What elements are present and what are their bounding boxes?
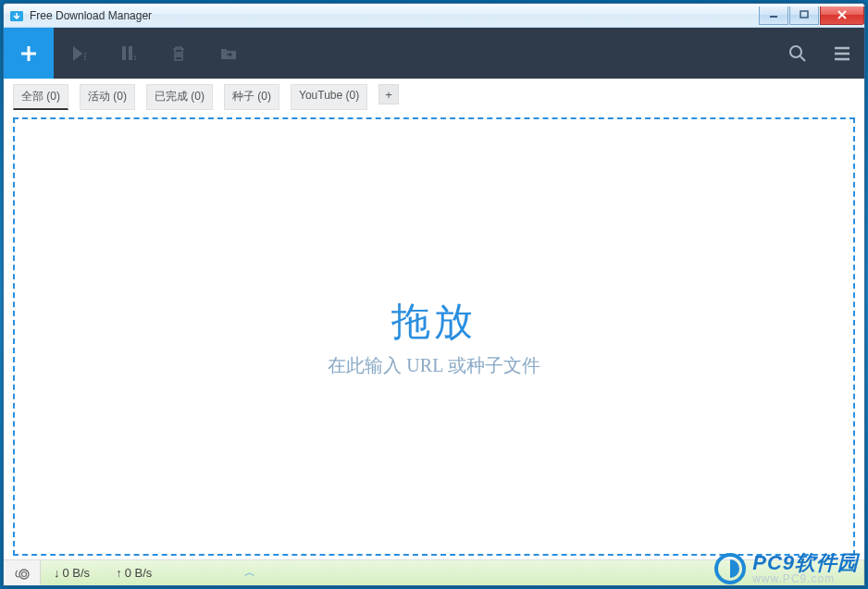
close-button[interactable] bbox=[820, 6, 864, 25]
svg-rect-7 bbox=[129, 46, 132, 60]
trash-icon bbox=[169, 44, 188, 63]
upload-speed: ↑0 B/s bbox=[116, 566, 152, 580]
svg-point-12 bbox=[21, 571, 26, 576]
search-button[interactable] bbox=[775, 28, 820, 79]
add-download-button[interactable] bbox=[4, 28, 54, 79]
hamburger-icon bbox=[832, 43, 852, 64]
dropzone-title: 拖放 bbox=[391, 296, 477, 348]
svg-point-10 bbox=[790, 46, 801, 57]
svg-point-3 bbox=[84, 58, 86, 60]
chevron-up-icon[interactable]: ︿ bbox=[244, 565, 255, 581]
app-icon bbox=[9, 8, 24, 23]
window-title: Free Download Manager bbox=[30, 9, 758, 22]
tab-completed[interactable]: 已完成 (0) bbox=[146, 84, 213, 110]
add-tab-button[interactable]: + bbox=[378, 84, 399, 104]
svg-rect-2 bbox=[800, 11, 808, 18]
plus-icon bbox=[18, 43, 40, 65]
up-arrow-icon: ↑ bbox=[116, 566, 122, 580]
tab-active[interactable]: 活动 (0) bbox=[80, 84, 135, 110]
speed-panel[interactable]: ↓0 B/s ↑0 B/s ︿ bbox=[41, 560, 864, 585]
svg-point-11 bbox=[19, 570, 29, 579]
tab-all[interactable]: 全部 (0) bbox=[13, 84, 68, 110]
move-button[interactable] bbox=[204, 28, 254, 79]
download-speed: ↓0 B/s bbox=[54, 566, 90, 580]
tab-youtube[interactable]: YouTube (0) bbox=[291, 84, 367, 110]
content-area: 拖放 在此输入 URL 或种子文件 bbox=[4, 114, 864, 559]
plus-icon: + bbox=[385, 88, 392, 102]
delete-button[interactable] bbox=[154, 28, 204, 79]
pause-button[interactable] bbox=[104, 28, 154, 79]
svg-point-5 bbox=[84, 53, 86, 55]
svg-rect-1 bbox=[770, 16, 777, 18]
svg-point-4 bbox=[84, 55, 86, 57]
svg-rect-6 bbox=[122, 46, 126, 60]
dropzone-subtitle: 在此输入 URL 或种子文件 bbox=[328, 353, 539, 378]
close-icon bbox=[837, 10, 848, 19]
minimize-icon bbox=[769, 10, 778, 19]
minimize-button[interactable] bbox=[759, 6, 788, 25]
window-controls bbox=[758, 6, 864, 25]
app-window: Free Download Manager bbox=[3, 3, 865, 586]
down-arrow-icon: ↓ bbox=[54, 566, 60, 580]
filter-tabs: 全部 (0) 活动 (0) 已完成 (0) 种子 (0) YouTube (0)… bbox=[4, 79, 864, 114]
start-button[interactable] bbox=[54, 28, 104, 79]
snail-icon bbox=[13, 566, 31, 581]
play-icon bbox=[68, 43, 89, 64]
titlebar: Free Download Manager bbox=[4, 4, 864, 28]
menu-button[interactable] bbox=[820, 28, 864, 79]
search-icon bbox=[787, 43, 808, 64]
tab-torrents[interactable]: 种子 (0) bbox=[224, 84, 279, 110]
svg-point-9 bbox=[134, 55, 136, 57]
folder-arrow-icon bbox=[219, 44, 238, 63]
maximize-button[interactable] bbox=[789, 6, 819, 25]
toolbar bbox=[4, 28, 864, 79]
drop-zone[interactable]: 拖放 在此输入 URL 或种子文件 bbox=[13, 117, 855, 556]
status-bar: ↓0 B/s ↑0 B/s ︿ bbox=[4, 559, 864, 585]
pause-icon bbox=[118, 43, 139, 64]
maximize-icon bbox=[800, 10, 809, 19]
snail-mode-button[interactable] bbox=[4, 560, 41, 585]
svg-point-8 bbox=[134, 58, 136, 60]
